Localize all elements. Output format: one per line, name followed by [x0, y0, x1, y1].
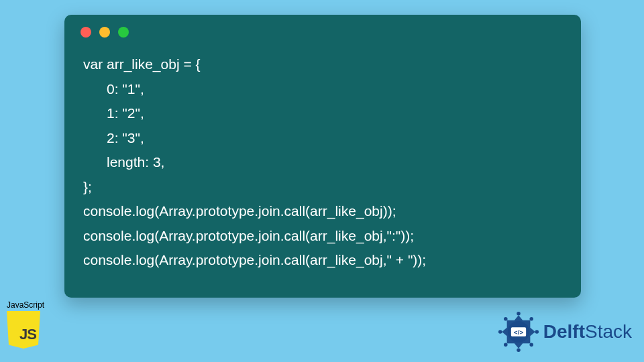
code-line: console.log(Array.prototype.join.call(ar… [83, 252, 426, 267]
svg-point-3 [530, 318, 533, 320]
svg-point-5 [530, 343, 533, 346]
javascript-badge: JavaScript JS [7, 300, 47, 349]
code-line: 0: "1", [83, 81, 144, 97]
svg-point-6 [517, 349, 520, 351]
brand-name-bold: Delft [543, 321, 585, 342]
svg-point-9 [504, 318, 507, 320]
svg-point-7 [504, 343, 507, 346]
svg-point-8 [499, 330, 502, 333]
delftstack-logo-icon: </> [498, 311, 539, 353]
code-line: }; [83, 179, 92, 194]
maximize-dot-icon [118, 27, 129, 38]
javascript-shield-icon: JS [7, 311, 40, 349]
javascript-logo-text: JS [19, 326, 36, 343]
code-block: var arr_like_obj = { 0: "1", 1: "2", 2: … [64, 38, 581, 273]
code-line: length: 3, [83, 154, 164, 170]
svg-point-4 [535, 330, 538, 333]
svg-point-2 [517, 312, 520, 315]
window-traffic-lights [64, 15, 581, 38]
code-line: 1: "2", [83, 105, 144, 121]
code-line: console.log(Array.prototype.join.call(ar… [83, 228, 414, 243]
code-line: var arr_like_obj = { [83, 56, 201, 72]
code-window: var arr_like_obj = { 0: "1", 1: "2", 2: … [64, 15, 581, 298]
delftstack-wordmark: DelftStack [543, 321, 632, 343]
minimize-dot-icon [99, 27, 110, 38]
svg-text:</>: </> [514, 328, 524, 336]
delftstack-brand: </> DelftStack [498, 311, 632, 353]
brand-name-light: Stack [585, 321, 632, 342]
code-line: 2: "3", [83, 130, 144, 145]
close-dot-icon [80, 27, 91, 38]
language-label: JavaScript [7, 300, 47, 310]
code-line: console.log(Array.prototype.join.call(ar… [83, 203, 396, 219]
